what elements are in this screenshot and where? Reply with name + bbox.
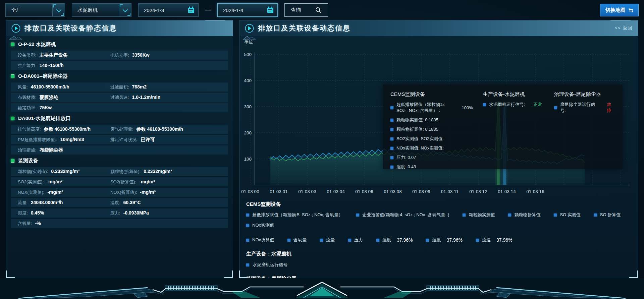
legend-item[interactable]: NOx实测值 xyxy=(246,222,274,228)
calendar-icon xyxy=(187,6,195,14)
switch-map-button[interactable]: 切换地图 ⇆ xyxy=(600,4,639,16)
legend-item[interactable]: SO:实测值 xyxy=(554,212,580,218)
legend-marker-icon xyxy=(376,239,379,242)
legend-item-label: 超低排放限值（颗拉物:5: SOz-; NOx; 含氧量） xyxy=(252,212,343,218)
start-date-input[interactable]: 2024-1-3 xyxy=(138,3,199,17)
info-value: 已许可 xyxy=(141,137,155,143)
legend-item-label: 湿度 xyxy=(432,237,441,243)
info-label: 电机功率: xyxy=(110,52,129,58)
legend-marker-icon xyxy=(508,214,511,217)
tooltip-item-label: NOx实测值: NOx实测值: xyxy=(396,145,444,151)
legend-item[interactable]: SO:折算值 xyxy=(594,212,621,218)
info-value: 覆膜涤纶 xyxy=(40,95,58,101)
info-value: 布袋除尘器 xyxy=(40,147,63,153)
end-date-input[interactable]: 2024-1-4 xyxy=(217,3,278,17)
legend-item-label: 温度 xyxy=(382,237,391,243)
svg-text:01-03 16: 01-03 16 xyxy=(526,189,544,194)
legend-marker-icon xyxy=(356,214,359,217)
info-cell: PM超低排排放限值::10mg/Nm3 xyxy=(18,137,110,143)
tooltip-treatment-column: 治理设备-磨尾除尘器 磨尾除尘器运行信号: 故障 xyxy=(554,90,615,164)
legend-item[interactable]: 流量 xyxy=(320,237,335,243)
legend-marker-icon xyxy=(594,214,597,217)
tooltip-item: NOx实测值: NOx实测值: xyxy=(390,145,473,151)
info-label: 布袋材质: xyxy=(18,95,37,101)
legend-marker-icon xyxy=(476,239,479,242)
static-panel-title: 排放口及关联设备静态信息 xyxy=(24,23,117,33)
info-value: 768m2 xyxy=(132,84,147,89)
legend-marker-icon xyxy=(287,239,290,242)
query-button[interactable]: 查询 xyxy=(284,3,328,17)
treatment-signal-label: 磨尾除尘器运行信号: xyxy=(560,102,598,114)
info-label: 设备类型: xyxy=(18,52,37,58)
legend-item[interactable]: 含氧量 xyxy=(287,237,307,243)
info-row: 排气筒高度:参数 46100-55300m/h废气处理量:参数 46100-55… xyxy=(11,125,228,134)
legend-marker-icon xyxy=(426,239,429,242)
info-row: 湿度:0.45%压力:-0.0930MPa xyxy=(11,208,228,218)
info-cell: 温度:60.39℃ xyxy=(110,200,141,206)
tooltip-production-column: 生产设备-水泥磨机 水泥磨机运行信号: 正常 xyxy=(483,90,544,164)
play-icon xyxy=(245,24,254,33)
legend-item[interactable]: NOx折算值 xyxy=(246,237,274,243)
info-value: 1.0-1.2m/min xyxy=(132,95,161,100)
info-label: 颗粒物(实测值): xyxy=(18,169,48,175)
info-label: 过滤面积: xyxy=(110,84,129,90)
legend-marker-icon xyxy=(554,106,557,109)
legend-item[interactable]: 企业预警值(颗粒物:4; sOz-; NOx-;含氧气量:-) xyxy=(356,212,449,218)
info-value: 60.39℃ xyxy=(123,200,141,205)
tooltip-item-value: 100% xyxy=(462,105,473,110)
legend-item-label: NOx折算值 xyxy=(252,237,274,243)
info-cell: 过滤面积:768m2 xyxy=(110,84,147,90)
info-label: 废气处理量: xyxy=(110,126,133,132)
emissions-chart[interactable]: 10020030040050001-03 0001-03 0101-03 030… xyxy=(239,45,638,198)
svg-text:01-03 14: 01-03 14 xyxy=(498,189,516,194)
tooltip-item: 压力: 0.07 xyxy=(390,155,473,161)
legend-item-label: SO:实测值 xyxy=(560,212,580,218)
legend-item[interactable]: 压力 xyxy=(348,237,363,243)
legend-item-label: 含氧量 xyxy=(293,237,307,243)
info-cell: 电机功率:3350Kw xyxy=(110,52,150,58)
legend-marker-icon xyxy=(554,214,557,217)
section-heading-label: DA001-水泥磨尾排放口 xyxy=(18,115,71,122)
production-signal-label: 水泥磨机运行信号: xyxy=(489,102,525,108)
info-cell: 排污许可状况:已许可 xyxy=(110,137,155,143)
svg-text:01-03 09: 01-03 09 xyxy=(412,189,430,194)
info-cell: 废气处理量:参数 46100-55300m/h xyxy=(110,126,183,132)
info-value: -mg/m³ xyxy=(140,189,156,195)
tooltip-item-label: SO2实测值: SO2实测值: xyxy=(396,136,444,142)
device-select[interactable]: 水泥磨机 xyxy=(72,3,131,17)
info-label: PM超低排排放限值:: xyxy=(18,137,57,143)
svg-text:01-03 11: 01-03 11 xyxy=(441,189,459,194)
tooltip-item: 超低排放限值（颗拉物:5: SOz-; NOx; 含氧量）：100% xyxy=(390,102,473,114)
legend-item[interactable]: 湿度37.96% xyxy=(426,237,462,243)
legend-item[interactable]: 温度37.96% xyxy=(376,237,413,243)
calendar-icon xyxy=(266,6,274,14)
info-row: NOX(实测值):-mg/m³NOX(折算值):-mg/m³ xyxy=(11,188,228,197)
tooltip-item: 湿度: 0.49 xyxy=(390,164,473,170)
production-device-signal[interactable]: 水泥磨机运行信号 xyxy=(246,262,631,268)
legend-item-value: 37.96% xyxy=(397,237,413,243)
tooltip-item-label: 颗粒物实测值: 0.1835 xyxy=(396,117,438,123)
info-cell: 湿度:0.45% xyxy=(18,210,110,216)
back-link[interactable]: << 返回 xyxy=(615,25,633,31)
info-cell: 颗粒物(实测值):0.2332mg/m³ xyxy=(18,169,110,175)
dashboard: 全厂 水泥磨机 2024-1-3 — 2024-1-4 xyxy=(0,0,644,299)
legend-item-label: 企业预警值(颗粒物:4; sOz-; NOx-;含氧气量:-) xyxy=(362,212,449,218)
info-value: 140~150t/h xyxy=(40,63,64,68)
plant-select[interactable]: 全厂 xyxy=(5,3,65,17)
query-button-label: 查询 xyxy=(291,7,301,13)
info-label: 额定功率: xyxy=(18,105,37,111)
legend-item[interactable]: 流速37.96% xyxy=(476,237,512,243)
legend-item[interactable]: 超低排放限值（颗拉物:5: SOz-; NOx; 含氧量） xyxy=(246,212,343,218)
legend-item-label: NOx实测值 xyxy=(252,222,274,228)
info-label: 湿度: xyxy=(18,210,28,216)
svg-text:100: 100 xyxy=(244,157,252,162)
tooltip-production-item: 水泥磨机运行信号: 正常 xyxy=(483,102,544,108)
production-device-title: 生产设备：水泥磨机 xyxy=(246,251,631,257)
info-label: SO2(折算值): xyxy=(110,179,136,185)
info-label: 含氧量: xyxy=(18,221,32,227)
legend-item[interactable]: 颗粒物折算值 xyxy=(508,212,540,218)
legend-item[interactable]: 颗粒物实测值 xyxy=(463,212,495,218)
svg-text:01-03 03: 01-03 03 xyxy=(298,189,316,194)
legend-marker-icon xyxy=(246,239,249,242)
green-square-icon xyxy=(11,159,14,163)
